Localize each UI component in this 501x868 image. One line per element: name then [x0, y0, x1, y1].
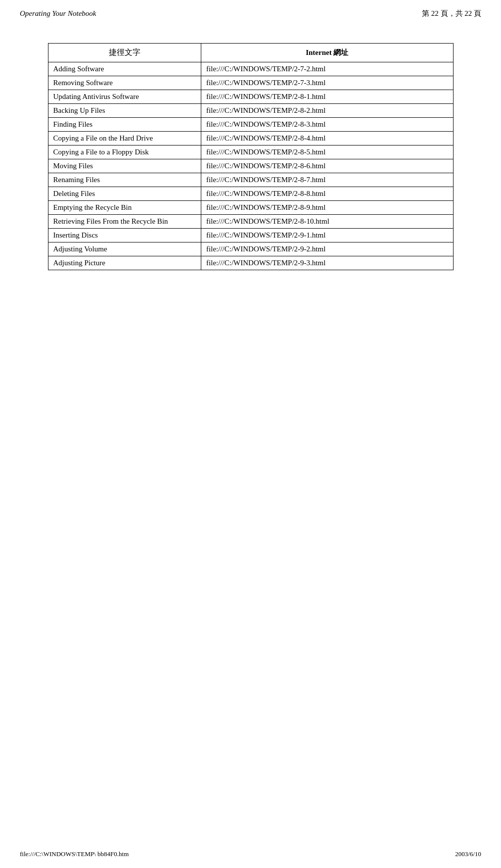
url-cell: file:///C:/WINDOWS/TEMP/2-7-2.html [201, 62, 453, 76]
shortcut-cell: Backing Up Files [48, 104, 201, 118]
url-cell: file:///C:/WINDOWS/TEMP/2-9-2.html [201, 242, 453, 256]
url-cell: file:///C:/WINDOWS/TEMP/2-8-4.html [201, 132, 453, 145]
shortcut-cell: Deleting Files [48, 187, 201, 201]
url-cell: file:///C:/WINDOWS/TEMP/2-9-3.html [201, 256, 453, 270]
url-cell: file:///C:/WINDOWS/TEMP/2-8-3.html [201, 118, 453, 132]
table-row: Removing Softwarefile:///C:/WINDOWS/TEMP… [48, 76, 453, 90]
shortcut-cell: Adding Software [48, 62, 201, 76]
table-header-row: 捷徑文字 Internet 網址 [48, 44, 453, 62]
shortcut-cell: Adjusting Picture [48, 256, 201, 270]
table-row: Copying a File to a Floppy Diskfile:///C… [48, 145, 453, 159]
shortcut-cell: Adjusting Volume [48, 242, 201, 256]
footer-left: file:///C:\WINDOWS\TEMP\ bb84F0.htm [20, 850, 129, 858]
table-row: Adjusting Volumefile:///C:/WINDOWS/TEMP/… [48, 242, 453, 256]
page-header: Operating Your Notebook 第 22 頁，共 22 頁 [0, 0, 501, 23]
url-cell: file:///C:/WINDOWS/TEMP/2-8-2.html [201, 104, 453, 118]
shortcut-cell: Renaming Files [48, 173, 201, 187]
header-page-number: 第 22 頁，共 22 頁 [422, 9, 481, 18]
url-cell: file:///C:/WINDOWS/TEMP/2-8-5.html [201, 145, 453, 159]
url-cell: file:///C:/WINDOWS/TEMP/2-7-3.html [201, 76, 453, 90]
footer-right: 2003/6/10 [455, 850, 481, 858]
url-cell: file:///C:/WINDOWS/TEMP/2-8-1.html [201, 90, 453, 104]
shortcut-cell: Copying a File on the Hard Drive [48, 132, 201, 145]
table-row: Backing Up Filesfile:///C:/WINDOWS/TEMP/… [48, 104, 453, 118]
url-cell: file:///C:/WINDOWS/TEMP/2-8-10.html [201, 215, 453, 229]
content-area: 捷徑文字 Internet 網址 Adding Softwarefile:///… [0, 23, 501, 290]
col1-header: 捷徑文字 [48, 44, 201, 62]
table-row: Inserting Discsfile:///C:/WINDOWS/TEMP/2… [48, 229, 453, 242]
table-row: Adding Softwarefile:///C:/WINDOWS/TEMP/2… [48, 62, 453, 76]
table-row: Copying a File on the Hard Drivefile:///… [48, 132, 453, 145]
table-row: Emptying the Recycle Binfile:///C:/WINDO… [48, 201, 453, 215]
shortcut-cell: Updating Antivirus Software [48, 90, 201, 104]
table-row: Retrieving Files From the Recycle Binfil… [48, 215, 453, 229]
table-row: Updating Antivirus Softwarefile:///C:/WI… [48, 90, 453, 104]
table-row: Finding Filesfile:///C:/WINDOWS/TEMP/2-8… [48, 118, 453, 132]
shortcuts-table: 捷徑文字 Internet 網址 Adding Softwarefile:///… [48, 43, 454, 270]
shortcut-cell: Removing Software [48, 76, 201, 90]
url-cell: file:///C:/WINDOWS/TEMP/2-8-7.html [201, 173, 453, 187]
url-cell: file:///C:/WINDOWS/TEMP/2-8-6.html [201, 159, 453, 173]
shortcut-cell: Inserting Discs [48, 229, 201, 242]
table-row: Renaming Filesfile:///C:/WINDOWS/TEMP/2-… [48, 173, 453, 187]
shortcut-cell: Copying a File to a Floppy Disk [48, 145, 201, 159]
shortcut-cell: Retrieving Files From the Recycle Bin [48, 215, 201, 229]
table-row: Deleting Filesfile:///C:/WINDOWS/TEMP/2-… [48, 187, 453, 201]
table-row: Adjusting Picturefile:///C:/WINDOWS/TEMP… [48, 256, 453, 270]
page-footer: file:///C:\WINDOWS\TEMP\ bb84F0.htm 2003… [0, 850, 501, 858]
col2-header: Internet 網址 [201, 44, 453, 62]
shortcut-cell: Finding Files [48, 118, 201, 132]
url-cell: file:///C:/WINDOWS/TEMP/2-9-1.html [201, 229, 453, 242]
url-cell: file:///C:/WINDOWS/TEMP/2-8-8.html [201, 187, 453, 201]
table-row: Moving Filesfile:///C:/WINDOWS/TEMP/2-8-… [48, 159, 453, 173]
shortcut-cell: Moving Files [48, 159, 201, 173]
url-cell: file:///C:/WINDOWS/TEMP/2-8-9.html [201, 201, 453, 215]
shortcut-cell: Emptying the Recycle Bin [48, 201, 201, 215]
header-title: Operating Your Notebook [20, 9, 96, 18]
